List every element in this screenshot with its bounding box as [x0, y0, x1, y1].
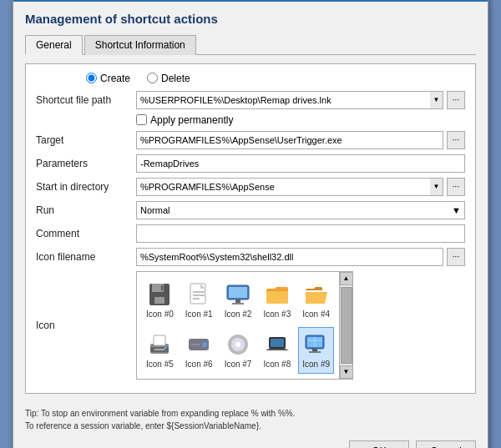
start-in-directory-browse-btn[interactable]: ···: [447, 178, 465, 196]
icon-grid: Icon #0 Icon #1 Icon #2 Icon #3 Icon #4 …: [137, 272, 339, 379]
icon-grid-container: Icon #0 Icon #1 Icon #2 Icon #3 Icon #4 …: [136, 271, 353, 380]
icon-item-2[interactable]: Icon #2: [220, 277, 256, 324]
shortcut-file-path-label: Shortcut file path: [36, 94, 136, 106]
tab-shortcut-information[interactable]: Shortcut Information: [84, 35, 196, 55]
parameters-input[interactable]: [136, 154, 465, 173]
svg-rect-34: [309, 351, 321, 353]
icon-image-6: [185, 331, 212, 358]
icon-label-0: Icon #0: [146, 310, 174, 319]
shortcut-file-path-browse-btn[interactable]: ···: [447, 91, 465, 109]
tip-area: Tip: To stop an environment variable fro…: [13, 402, 488, 435]
icon-filename-browse-btn[interactable]: ···: [447, 248, 465, 266]
run-label: Run: [36, 204, 136, 216]
icon-label-5: Icon #5: [146, 360, 174, 369]
target-row: Target ···: [36, 131, 465, 149]
icon-item-9[interactable]: Icon #9: [298, 327, 334, 374]
main-title: Management of shortcut actions: [25, 12, 476, 26]
main-window: Shortcut Management ─ □ ✕ Management of …: [13, 0, 488, 448]
svg-rect-7: [161, 285, 163, 290]
icon-row: Icon Icon #0 Icon #1 Icon #2 Icon #3 Ico…: [36, 271, 465, 380]
icon-image-0: [146, 281, 173, 308]
svg-point-28: [235, 342, 240, 347]
start-in-directory-dropdown-btn[interactable]: ▼: [430, 178, 443, 196]
scrollbar-up-btn[interactable]: ▲: [340, 272, 353, 285]
icon-filename-control: ···: [136, 248, 465, 266]
run-control: Normal ▼: [136, 201, 465, 219]
comment-input[interactable]: [136, 224, 465, 243]
icon-label-7: Icon #7: [225, 360, 252, 369]
icon-image-7: [225, 331, 251, 358]
tab-general[interactable]: General: [25, 35, 83, 55]
svg-rect-21: [154, 349, 164, 350]
icon-item-4[interactable]: Icon #4: [298, 277, 334, 324]
run-select[interactable]: Normal ▼: [136, 201, 465, 219]
start-in-directory-input[interactable]: [136, 178, 430, 196]
svg-point-22: [164, 347, 167, 350]
comment-row: Comment: [36, 224, 465, 243]
svg-rect-14: [229, 287, 247, 298]
icon-image-3: [264, 281, 291, 308]
icon-item-0[interactable]: Icon #0: [142, 277, 178, 324]
svg-point-24: [202, 342, 207, 347]
target-control: ···: [136, 131, 465, 149]
icon-filename-input[interactable]: [136, 248, 443, 266]
svg-rect-6: [154, 297, 164, 304]
start-in-directory-row: Start in directory ▼ ···: [36, 178, 465, 196]
tab-bar: General Shortcut Information: [25, 34, 476, 55]
target-browse-btn[interactable]: ···: [447, 131, 465, 149]
parameters-row: Parameters: [36, 154, 465, 173]
start-in-directory-input-group: ▼: [136, 178, 443, 196]
start-in-directory-control: ▼ ···: [136, 178, 465, 196]
delete-radio[interactable]: Delete: [147, 73, 190, 84]
shortcut-file-path-control: ▼ ···: [136, 91, 465, 109]
run-dropdown-icon: ▼: [452, 205, 461, 215]
icon-image-5: [146, 331, 173, 358]
icon-item-6[interactable]: Icon #6: [181, 327, 217, 374]
icon-label-2: Icon #2: [225, 310, 252, 319]
icon-item-7[interactable]: Icon #7: [220, 327, 256, 374]
apply-permanently-checkbox[interactable]: [136, 114, 147, 125]
shortcut-file-path-dropdown-btn[interactable]: ▼: [430, 91, 443, 109]
icon-image-9: [303, 331, 330, 358]
icon-item-1[interactable]: Icon #1: [181, 277, 217, 324]
create-radio[interactable]: Create: [86, 73, 130, 84]
run-row: Run Normal ▼: [36, 201, 465, 219]
target-label: Target: [36, 134, 136, 146]
shortcut-file-path-input[interactable]: [136, 91, 430, 109]
apply-permanently-label: Apply permanently: [150, 114, 233, 126]
parameters-label: Parameters: [36, 158, 136, 169]
target-input[interactable]: [136, 131, 443, 149]
icon-label-1: Icon #1: [185, 310, 213, 319]
icon-item-8[interactable]: Icon #8: [259, 327, 295, 374]
footer: OK Cancel: [13, 435, 488, 449]
icon-filename-label: Icon filename: [36, 251, 136, 263]
tip-line1: Tip: To stop an environment variable fro…: [25, 407, 476, 420]
icon-image-8: [264, 331, 291, 358]
svg-rect-19: [154, 335, 165, 345]
content-area: Management of shortcut actions General S…: [13, 2, 488, 402]
svg-rect-30: [271, 339, 284, 347]
icon-item-3[interactable]: Icon #3: [259, 277, 295, 324]
apply-permanently-row: Apply permanently: [36, 114, 465, 126]
shortcut-file-path-input-group: ▼: [136, 91, 443, 109]
icon-label-6: Icon #6: [185, 360, 213, 369]
parameters-control: [136, 154, 465, 173]
icon-image-4: [303, 281, 330, 308]
icon-item-5[interactable]: Icon #5: [142, 327, 178, 374]
svg-rect-15: [235, 300, 240, 303]
comment-control: [136, 224, 465, 243]
svg-rect-33: [312, 349, 317, 351]
icon-label-9: Icon #9: [302, 360, 330, 369]
start-in-directory-label: Start in directory: [36, 181, 136, 193]
icon-image-1: [185, 281, 212, 308]
icon-label-3: Icon #3: [263, 310, 291, 319]
icon-control: Icon #0 Icon #1 Icon #2 Icon #3 Icon #4 …: [136, 271, 465, 380]
ok-button[interactable]: OK: [349, 440, 409, 449]
svg-rect-16: [232, 303, 244, 305]
icon-scrollbar: ▲ ▼: [339, 272, 352, 379]
cancel-button[interactable]: Cancel: [416, 440, 476, 449]
svg-rect-17: [266, 291, 288, 304]
scrollbar-thumb[interactable]: [341, 287, 352, 364]
scrollbar-down-btn[interactable]: ▼: [340, 365, 353, 379]
icon-label-8: Icon #8: [263, 360, 291, 369]
